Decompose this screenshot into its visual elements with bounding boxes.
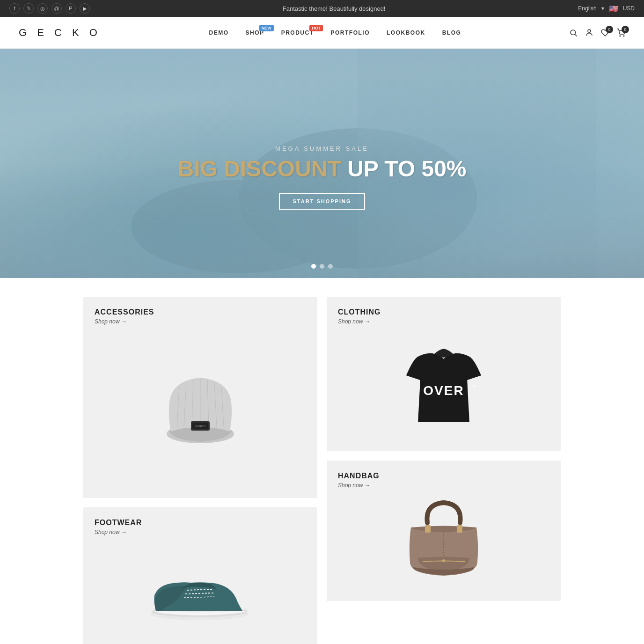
accessories-card[interactable]: ACCESSORIES Shop now →	[83, 297, 317, 498]
cart-count: 0	[622, 26, 629, 33]
header-icons: 0 0	[569, 29, 625, 37]
handbag-shop-now[interactable]: Shop now →	[338, 482, 549, 489]
svg-text:OVER: OVER	[423, 383, 464, 398]
category-grid: ACCESSORIES Shop now →	[65, 278, 579, 644]
nav-portfolio[interactable]: PORTFOLIO	[330, 29, 370, 36]
svg-point-2	[588, 29, 591, 32]
hero-dot-2[interactable]	[320, 264, 324, 269]
hero-content: MEGA SUMMER SALE BIG DISCOUNT UP TO 50% …	[177, 145, 466, 210]
currency-label: USD	[623, 5, 635, 12]
svg-point-0	[571, 30, 576, 35]
hero-dot-1[interactable]	[311, 264, 316, 269]
clothing-image: OVER ™	[338, 329, 549, 440]
chevron-down-icon: ▾	[601, 5, 604, 12]
handbag-image	[338, 493, 549, 590]
nav-demo[interactable]: DEMO	[209, 29, 229, 36]
announcement-text: Fantastic theme! Beautifully designed!	[283, 5, 386, 12]
youtube-icon[interactable]: ▶	[80, 3, 90, 14]
svg-rect-28	[425, 525, 431, 533]
header: G E C K O DEMO SHOP NEW PRODUCT HOT PORT…	[0, 17, 644, 49]
flag-icon: 🇺🇸	[609, 4, 618, 13]
clothing-card[interactable]: CLOTHING Shop now → OVER	[327, 297, 561, 451]
category-left-column: ACCESSORIES Shop now →	[83, 297, 317, 644]
social-icons: f 𝕏 ◎ @ P ▶	[9, 3, 90, 14]
pinterest-icon[interactable]: P	[66, 3, 76, 14]
footwear-shop-now[interactable]: Shop now →	[95, 529, 306, 535]
language-label: English	[578, 5, 596, 12]
svg-point-27	[442, 559, 445, 562]
svg-rect-29	[457, 525, 462, 533]
handbag-title: HANDBAG	[338, 472, 549, 480]
svg-line-1	[575, 34, 577, 36]
svg-text:™: ™	[472, 384, 476, 389]
wishlist-count: 0	[606, 26, 613, 33]
cart-icon[interactable]: 0	[617, 29, 625, 37]
clothing-shop-now[interactable]: Shop now →	[338, 318, 549, 325]
wishlist-icon[interactable]: 0	[601, 29, 609, 37]
threads-icon[interactable]: @	[51, 3, 62, 14]
nav-shop[interactable]: SHOP NEW	[246, 29, 264, 36]
nav-blog[interactable]: BLOG	[442, 29, 461, 36]
twitter-icon[interactable]: 𝕏	[23, 3, 34, 14]
handbag-card[interactable]: HANDBAG Shop now →	[327, 461, 561, 601]
main-nav: DEMO SHOP NEW PRODUCT HOT PORTFOLIO LOOK…	[209, 29, 461, 36]
footwear-card[interactable]: FOOTWEAR Shop now →	[83, 507, 317, 644]
accessories-image: OVERCO	[95, 329, 306, 487]
nav-product[interactable]: PRODUCT HOT	[281, 29, 314, 36]
svg-text:OVERCO: OVERCO	[195, 425, 205, 428]
new-badge: NEW	[259, 25, 274, 31]
facebook-icon[interactable]: f	[9, 3, 20, 14]
locale-selector[interactable]: English ▾ 🇺🇸 USD	[578, 4, 635, 13]
hero-title: BIG DISCOUNT UP TO 50%	[177, 157, 466, 182]
hero-dots	[311, 264, 333, 269]
hero-subtitle: MEGA SUMMER SALE	[177, 145, 466, 152]
hero-dot-3[interactable]	[328, 264, 333, 269]
hero-slider: MEGA SUMMER SALE BIG DISCOUNT UP TO 50% …	[0, 49, 644, 278]
hot-badge: HOT	[309, 25, 323, 31]
start-shopping-button[interactable]: START SHOPPING	[279, 193, 366, 210]
account-icon[interactable]	[585, 29, 593, 37]
logo[interactable]: G E C K O	[19, 27, 101, 39]
instagram-icon[interactable]: ◎	[37, 3, 48, 14]
footwear-image	[95, 540, 306, 641]
clothing-title: CLOTHING	[338, 308, 549, 316]
svg-point-4	[623, 36, 624, 37]
hero-title-part1: BIG DISCOUNT	[177, 156, 341, 181]
top-bar: f 𝕏 ◎ @ P ▶ Fantastic theme! Beautifully…	[0, 0, 644, 17]
hero-title-part2: UP TO 50%	[347, 156, 466, 181]
search-icon[interactable]	[569, 29, 578, 37]
footwear-title: FOOTWEAR	[95, 519, 306, 527]
nav-lookbook[interactable]: LOOKBOOK	[387, 29, 425, 36]
accessories-title: ACCESSORIES	[95, 308, 306, 316]
category-right-column: CLOTHING Shop now → OVER	[327, 297, 561, 644]
accessories-shop-now[interactable]: Shop now →	[95, 318, 306, 325]
svg-point-3	[620, 36, 621, 37]
